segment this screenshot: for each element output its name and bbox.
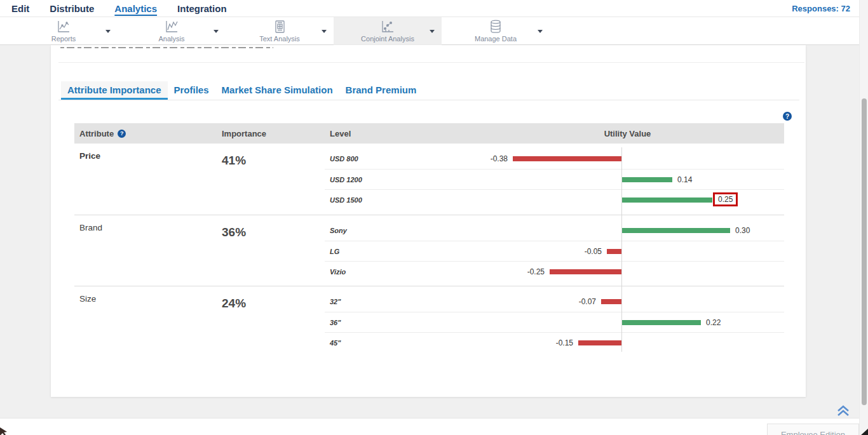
utility-bar-negative	[607, 249, 621, 254]
attribute-importance-table: Attribute ? Importance Level Utility Val…	[74, 123, 784, 357]
toolbar-button-analysis[interactable]: Analysis	[118, 17, 226, 45]
level-rows: 32"-0.0736"0.2245"-0.15	[325, 286, 784, 357]
level-label: Vizio	[325, 268, 471, 276]
utility-value-label: -0.07	[579, 297, 596, 306]
level-label: 45"	[325, 339, 471, 347]
level-row: 45"-0.15	[325, 332, 784, 352]
table-body: Price41%USD 800-0.38USD 12000.14USD 1500…	[74, 144, 784, 357]
level-row: 32"-0.07	[325, 291, 784, 312]
help-icon[interactable]: ?	[783, 112, 792, 121]
line-chart-icon	[10, 19, 118, 34]
toolbar-button-conjoint-analysis[interactable]: Conjoint Analysis	[334, 17, 442, 45]
nav-item-analytics[interactable]: Analytics	[114, 4, 157, 13]
utility-bar-negative	[601, 299, 621, 304]
column-header-label: Attribute	[79, 129, 114, 138]
attribute-name: Price	[74, 144, 217, 215]
level-row: Vizio-0.25	[325, 261, 784, 281]
level-rows: USD 800-0.38USD 12000.14USD 15000.25	[325, 144, 784, 215]
nav-item-integration[interactable]: Integration	[177, 4, 227, 13]
importance-value: 36%	[217, 215, 325, 286]
attribute-group: Brand36%Sony0.30LG-0.05Vizio-0.25	[74, 215, 784, 286]
column-header-importance: Importance	[217, 129, 325, 138]
column-header-utility-value: Utility Value	[471, 129, 784, 138]
utility-bar-area: 0.14	[471, 170, 784, 190]
cursor-artifact	[860, 427, 868, 435]
analytics-toolbar: Reports Analysis Text Analysis	[0, 17, 859, 45]
manage-data-dropdown-caret-icon[interactable]	[538, 30, 543, 33]
tab-attribute-importance[interactable]: Attribute Importance	[61, 81, 168, 100]
column-header-attribute: Attribute ?	[74, 129, 217, 138]
toolbar-button-text-analysis[interactable]: Text Analysis	[226, 17, 334, 45]
level-label: Sony	[325, 227, 471, 234]
conjoint-tabs: Attribute Importance Profiles Market Sha…	[61, 81, 423, 100]
attribute-name: Brand	[74, 215, 217, 286]
attribute-help-icon[interactable]: ?	[118, 130, 126, 138]
database-icon	[442, 19, 550, 34]
utility-bar-area: -0.25	[471, 262, 784, 282]
reports-dropdown-caret-icon[interactable]	[105, 30, 111, 33]
level-label: USD 800	[325, 155, 471, 163]
scrollbar-thumb[interactable]	[862, 98, 867, 405]
level-label: USD 1500	[325, 196, 471, 204]
utility-bar-negative	[578, 340, 621, 345]
toolbar-button-label: Reports	[10, 35, 118, 43]
top-navigation: Edit Distribute Analytics Integration	[0, 0, 868, 17]
responses-count-link[interactable]: Responses: 72	[792, 4, 850, 13]
utility-value-label: -0.38	[491, 154, 508, 163]
zero-axis-line	[621, 147, 622, 352]
divider	[58, 62, 804, 63]
edition-badge: Employee Edition	[767, 424, 859, 435]
level-label: 32"	[325, 298, 471, 305]
toolbar-button-label: Analysis	[118, 35, 226, 43]
utility-bar-area: 0.25	[471, 190, 784, 210]
level-rows: Sony0.30LG-0.05Vizio-0.25	[325, 215, 784, 286]
utility-bar-positive	[621, 320, 701, 325]
text-analysis-dropdown-caret-icon[interactable]	[322, 30, 327, 33]
utility-value-label: 0.22	[706, 318, 721, 327]
content-card: Attribute Importance Profiles Market Sha…	[51, 45, 806, 397]
clipped-heading-remnant	[60, 46, 273, 48]
attribute-group: Price41%USD 800-0.38USD 12000.14USD 1500…	[74, 144, 784, 215]
importance-value: 41%	[217, 144, 325, 215]
level-row: LG-0.05	[325, 241, 784, 261]
trend-chart-icon	[118, 19, 226, 34]
toolbar-button-label: Text Analysis	[226, 35, 334, 43]
utility-bar-negative	[513, 156, 621, 161]
utility-bar-area: -0.05	[471, 241, 784, 262]
tab-brand-premium[interactable]: Brand Premium	[339, 81, 423, 100]
toolbar-button-label: Manage Data	[442, 35, 550, 43]
toolbar-button-manage-data[interactable]: Manage Data	[442, 17, 550, 45]
utility-bar-area: -0.15	[471, 333, 784, 353]
utility-value-label: 0.14	[677, 175, 692, 184]
analysis-dropdown-caret-icon[interactable]	[214, 30, 219, 33]
toolbar-button-label: Conjoint Analysis	[334, 35, 442, 43]
document-grid-icon	[226, 19, 334, 34]
table-header-row: Attribute ? Importance Level Utility Val…	[74, 123, 784, 144]
utility-value-label: 0.30	[735, 226, 750, 235]
nav-item-edit[interactable]: Edit	[11, 4, 29, 13]
utility-value-label: -0.05	[585, 247, 602, 256]
utility-bar-positive	[621, 177, 672, 182]
level-label: USD 1200	[325, 176, 471, 184]
annotation-highlight-box: 0.25	[713, 192, 738, 206]
level-row: USD 15000.25	[325, 189, 784, 210]
cursor-artifact	[0, 427, 8, 435]
utility-bar-area: -0.38	[471, 149, 784, 169]
footer-bar: Employee Edition	[0, 418, 868, 435]
divider	[58, 100, 799, 100]
utility-bar-positive	[621, 228, 730, 233]
level-row: USD 800-0.38	[325, 149, 784, 169]
nav-item-distribute[interactable]: Distribute	[50, 4, 94, 13]
level-label: LG	[325, 248, 471, 255]
toolbar-button-reports[interactable]: Reports	[10, 17, 118, 45]
utility-bar-positive	[621, 197, 712, 203]
utility-bar-area: 0.30	[471, 220, 784, 241]
tab-market-share-simulation[interactable]: Market Share Simulation	[215, 81, 339, 100]
tab-profiles[interactable]: Profiles	[168, 81, 215, 100]
scrollbar-track[interactable]	[859, 0, 868, 435]
scatter-chart-icon	[334, 19, 442, 34]
scroll-to-top-button[interactable]	[836, 405, 850, 417]
attribute-group: Size24%32"-0.0736"0.2245"-0.15	[74, 286, 784, 357]
utility-value-label: -0.25	[527, 267, 545, 276]
conjoint-analysis-dropdown-caret-icon[interactable]	[430, 30, 435, 33]
